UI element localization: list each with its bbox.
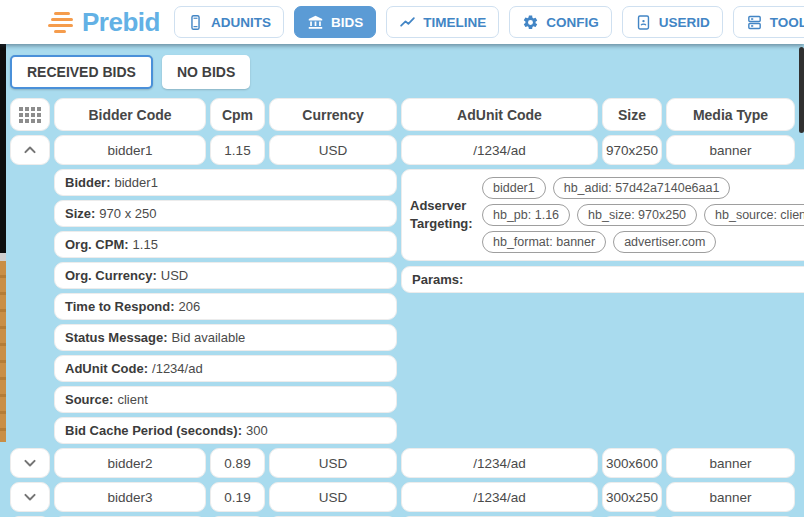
detail-field-value: Bid available [172,330,246,345]
media-type-cell: banner [666,482,795,512]
nav-tab-label: BIDS [331,15,363,30]
adserver-targeting-label: Adserver Targeting: [410,197,474,232]
chevron-up-icon [20,140,40,160]
column-header: Size [602,98,662,131]
bid-details-right-column: Adserver Targeting:bidder1hb_adid: 57d42… [401,169,804,293]
detail-field-label: Org. CPM: [65,237,129,252]
targeting-chip: hb_source: client [704,204,804,226]
adunit-code-cell: /1234/ad [401,135,598,165]
no-bids-tab[interactable]: NO BIDS [162,55,250,89]
detail-field-value: client [117,392,147,407]
chevron-down-icon [20,453,40,473]
grid-icon [19,107,41,123]
targeting-chip-row: hb_format: banneradvertiser.com [482,231,804,253]
nav-tab-config[interactable]: CONFIG [509,6,612,38]
bank-icon [307,14,324,31]
currency-cell: USD [269,482,397,512]
targeting-chip: bidder1 [482,177,546,199]
bid-row: bidder30.19USD/1234/ad300x250banner [10,482,795,512]
nav-tab-timeline[interactable]: TIMELINE [386,6,499,38]
detail-field-value: bidder1 [115,175,158,190]
media-type-cell: banner [666,135,795,165]
detail-field-label: Source: [65,392,113,407]
expand-toggle-button[interactable] [10,482,50,512]
detail-field: Bidder:bidder1 [54,169,397,196]
params-box: Params: [401,266,804,293]
targeting-chip: hb_format: banner [482,231,606,253]
currency-cell: USD [269,448,397,478]
scrollbar-thumb[interactable] [799,47,804,133]
prebid-logo-icon [48,12,73,33]
column-header: Currency [269,98,397,131]
chevron-down-icon [20,487,40,507]
detail-field: Org. Currency:USD [54,262,397,289]
detail-field: Time to Respond:206 [54,293,397,320]
size-cell: 970x250 [602,135,662,165]
detail-field: Size:970 x 250 [54,200,397,227]
detail-field-value: 300 [246,423,268,438]
prebid-logo-text: Prebid [82,7,160,38]
nav-tab-label: TIMELINE [423,15,486,30]
detail-field-label: Bidder: [65,175,111,190]
size-cell: 300x250 [602,482,662,512]
received-bids-tab[interactable]: RECEIVED BIDS [10,55,153,89]
column-header: AdUnit Code [401,98,598,131]
professor-prebid-popup: Prebid ADUNITSBIDSTIMELINECONFIGUSERIDTO… [0,0,804,517]
bid-filter-tabs: RECEIVED BIDS NO BIDS [10,55,795,89]
cpm-cell: 0.19 [210,482,265,512]
line-chart-icon [399,14,416,31]
nav-tab-label: CONFIG [546,15,599,30]
navbar: Prebid ADUNITSBIDSTIMELINECONFIGUSERIDTO… [0,0,804,44]
currency-cell: USD [269,135,397,165]
column-manager-button[interactable] [10,98,50,131]
detail-field-label: Time to Respond: [65,299,175,314]
nav-tab-label: USERID [659,15,710,30]
targeting-chip: hb_size: 970x250 [577,204,697,226]
nav-tab-userid[interactable]: USERID [622,6,723,38]
expand-toggle-button[interactable] [10,448,50,478]
gear-icon [522,14,539,31]
bid-detail-fields: Bidder:bidder1Size:970 x 250Org. CPM:1.1… [54,169,397,444]
detail-field-value: USD [161,268,188,283]
column-header: Media Type [666,98,795,131]
id-document-icon [635,14,652,31]
column-header: Cpm [210,98,265,131]
detail-field: Bid Cache Period (seconds):300 [54,417,397,444]
nav-tabs: ADUNITSBIDSTIMELINECONFIGUSERIDTOOLS [174,6,804,38]
bidder-code-cell: bidder3 [54,482,206,512]
detail-field-value: /1234/ad [152,361,203,376]
detail-field: AdUnit Code:/1234/ad [54,355,397,382]
bidder-code-cell: bidder1 [54,135,206,165]
size-cell: 300x600 [602,448,662,478]
nav-tab-adunits[interactable]: ADUNITS [174,6,284,38]
table-header-row: Bidder CodeCpmCurrencyAdUnit CodeSizeMed… [10,98,795,131]
targeting-chip-row: hb_pb: 1.16hb_size: 970x250hb_source: cl… [482,204,804,226]
smartphone-icon [187,14,204,31]
targeting-chip: advertiser.com [613,231,716,253]
nav-tab-tools[interactable]: TOOLS [733,6,804,38]
nav-tab-bids[interactable]: BIDS [294,6,376,38]
cpm-cell: 1.15 [210,135,265,165]
cpm-cell: 0.89 [210,448,265,478]
bids-page: RECEIVED BIDS NO BIDS Bidder CodeCpmCurr… [0,44,804,517]
detail-field-value: 970 x 250 [99,206,156,221]
adunit-code-cell: /1234/ad [401,448,598,478]
expand-toggle-button[interactable] [10,135,50,165]
column-header: Bidder Code [54,98,206,131]
bidder-code-cell: bidder2 [54,448,206,478]
detail-field-value: 1.15 [133,237,158,252]
media-type-cell: banner [666,448,795,478]
targeting-chip: hb_pb: 1.16 [482,204,570,226]
targeting-chip-row: bidder1hb_adid: 57d42a7140e6aa1 [482,177,804,199]
nav-tab-label: ADUNITS [211,15,271,30]
bid-row: bidder20.89USD/1234/ad300x600banner [10,448,795,478]
detail-field-label: Bid Cache Period (seconds): [65,423,242,438]
detail-field: Org. CPM:1.15 [54,231,397,258]
adserver-targeting-box: Adserver Targeting:bidder1hb_adid: 57d42… [401,169,804,261]
detail-field: Source:client [54,386,397,413]
adunit-code-cell: /1234/ad [401,482,598,512]
bid-details-panel: Bidder:bidder1Size:970 x 250Org. CPM:1.1… [54,169,795,444]
prebid-logo: Prebid [48,7,160,38]
detail-field-label: Size: [65,206,95,221]
detail-field-label: Status Message: [65,330,168,345]
